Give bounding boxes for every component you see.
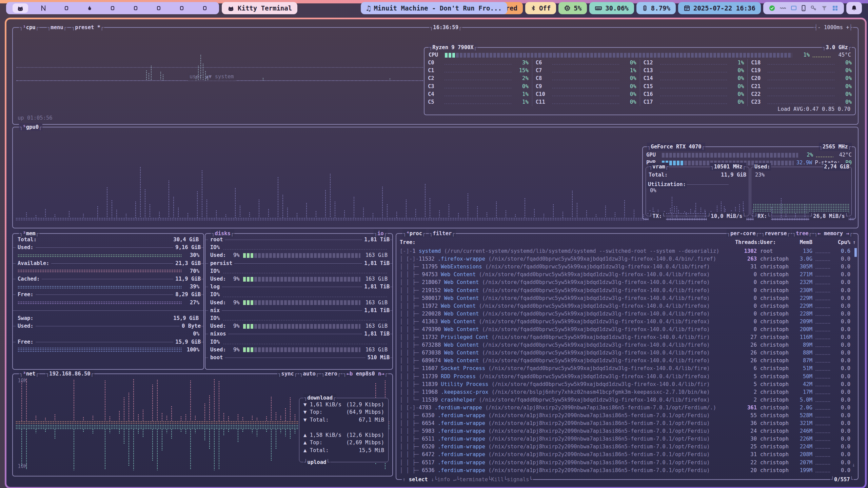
net-tx-spike — [133, 429, 135, 470]
net-rx-spike — [73, 380, 75, 421]
process-row[interactable]: │ │ ├─ 6350 .ferdium-wrappe (/nix/store/… — [400, 412, 850, 420]
tab-tree[interactable]: ┐tree┌ — [792, 229, 812, 238]
workspace-8[interactable] — [170, 2, 193, 14]
screen-icon[interactable] — [790, 5, 797, 12]
disk-module[interactable]: 8.79% — [636, 2, 676, 14]
tab-auto[interactable]: ┐auto┌ — [299, 370, 319, 378]
process-row[interactable]: │ │ ├─ 6536 .ferdium-wrappe (/nix/store/… — [400, 467, 850, 474]
cpu-module[interactable]: 5% — [558, 2, 587, 14]
info-button[interactable]: info ↵ — [437, 476, 456, 484]
process-row[interactable]: │ │ ├─ 580017 Web Content (/nix/store/fq… — [400, 294, 850, 302]
terminate-button[interactable]: terminate — [459, 476, 488, 484]
workspace-1[interactable] — [9, 2, 32, 14]
check-icon[interactable] — [769, 5, 775, 12]
memory-module[interactable]: 30.06% — [589, 2, 634, 14]
graph-spike — [195, 76, 197, 80]
select-down-icon[interactable]: ↓ — [431, 476, 434, 484]
net-tx-spike — [73, 429, 75, 470]
workspace-4[interactable] — [78, 2, 101, 14]
scroll-down-icon[interactable]: ↓ — [852, 461, 855, 469]
sort-direction-icon[interactable]: ↑ — [853, 239, 856, 246]
process-row[interactable]: │ │ ├─ 11839 Utility Process (/nix/store… — [400, 381, 850, 388]
process-row[interactable]: │ │ ├─ 11968 .keepassxc-prox (/nix/store… — [400, 388, 850, 396]
grid-icon[interactable] — [832, 5, 839, 12]
core-sparkline — [552, 95, 619, 97]
tab-per-core[interactable]: ┐per-core┌ — [727, 229, 760, 238]
process-row[interactable]: │ │ ├─ 219152 Web Content (/nix/store/fq… — [400, 286, 850, 294]
tab-zero[interactable]: ┐zero┌ — [321, 370, 341, 378]
col-user[interactable]: User: — [757, 239, 793, 246]
core-row: C71% — [532, 67, 640, 75]
disk-size: 510 MiB — [368, 354, 390, 362]
memory-bar-percent: 70% — [184, 267, 199, 275]
process-row[interactable]: │ [-]-11532 .firefox-wrappe (/nix/store/… — [400, 255, 850, 263]
process-cpu: 0.0 — [833, 467, 850, 474]
workspace-2[interactable] — [32, 2, 55, 14]
notifications-module[interactable] — [846, 2, 862, 14]
select-up-icon[interactable]: ↑ — [402, 476, 406, 484]
clock-module[interactable]: 2025-07-22 16:36 — [678, 2, 761, 14]
process-row[interactable]: │ │ ├─ 11739 RDD Process (/nix/store/fqa… — [400, 373, 850, 381]
kill-button[interactable]: Kill — [491, 476, 504, 484]
media-player-pill[interactable]: ♫ Minuit Machine - Don't Run Fro... — [361, 2, 507, 14]
core-label: C12 — [644, 59, 657, 67]
process-row[interactable]: │ │ ├─ 6511 .ferdium-wrappe (/nix/store/… — [400, 435, 850, 443]
net-rx-spike — [123, 397, 125, 421]
col-threads[interactable]: Threads: — [735, 239, 757, 246]
col-mem[interactable]: MemB — [793, 239, 812, 246]
process-row[interactable]: │ │ ├─ 11795 WebExtensions (/nix/store/f… — [400, 263, 850, 271]
signals-button[interactable]: signals — [507, 476, 529, 484]
col-tree[interactable]: Tree: — [400, 239, 735, 246]
download-rate: ▼ 1,61 KiB/s — [303, 401, 341, 409]
tab-memory-sort[interactable]: ┐← memory →┌ — [814, 229, 853, 238]
graph-spike — [553, 204, 555, 218]
tab-filter[interactable]: filter — [433, 230, 452, 238]
key-icon[interactable] — [810, 5, 817, 12]
process-row[interactable]: │ │ ├─ 673038 Web Content (/nix/store/fq… — [400, 349, 850, 357]
select-button[interactable]: select — [409, 476, 428, 484]
process-mem: 229M — [793, 294, 812, 302]
bluetooth-module[interactable]: Off — [525, 2, 556, 14]
process-row[interactable]: │ │ ├─ 220028 Web Content (/nix/store/fq… — [400, 310, 850, 318]
workspace-9[interactable] — [193, 2, 216, 14]
process-row[interactable]: │ │ ├─ 689674 Web Content (/nix/store/fq… — [400, 357, 850, 365]
tab-interface[interactable]: ┐←b enp8s0 n→┌ — [342, 370, 388, 378]
tab-sync[interactable]: ┐sync┌ — [277, 370, 298, 378]
process-panel-index: ⁴ — [406, 230, 409, 238]
interval-increase[interactable]: + — [846, 24, 849, 32]
scrollbar-thumb[interactable] — [854, 248, 857, 257]
process-row[interactable]: │ [-]-4783 .ferdium-wrappe (/nix/store/a… — [400, 404, 850, 412]
process-row[interactable]: │ │ ├─ 479390 Web Content (/nix/store/fq… — [400, 326, 850, 333]
interval-decrease[interactable]: - — [817, 24, 821, 32]
process-row[interactable]: │ │ ├─ 6520 .ferdium-wrappe (/nix/store/… — [400, 443, 850, 451]
wave-icon[interactable] — [780, 5, 786, 12]
process-threads: 25 — [735, 443, 757, 451]
workspace-6[interactable] — [124, 2, 147, 14]
funnel-icon[interactable] — [821, 5, 828, 12]
process-row[interactable]: │ │ └─ 11539 crashhelper (/nix/store/fqa… — [400, 396, 850, 404]
net-rx-spike — [290, 397, 292, 421]
tab-reverse[interactable]: ┐reverse┌ — [761, 229, 791, 238]
net-rx-spike — [242, 417, 244, 421]
load-avg-values: 0.47 0.85 0.70 — [806, 105, 850, 113]
process-row[interactable]: │ │ ├─ 11972 Web Content (/nix/store/fqa… — [400, 302, 850, 310]
process-row[interactable]: │ │ ├─ 41363 Web Content (/nix/store/fqa… — [400, 318, 850, 326]
process-row[interactable]: │ │ ├─ 6472 .ferdium-wrappe (/nix/store/… — [400, 451, 850, 459]
process-row[interactable]: │ │ ├─ 218067 Web Content (/nix/store/fq… — [400, 279, 850, 286]
core-percent: 0% — [514, 83, 529, 90]
process-row[interactable]: │ │ ├─ 6654 .ferdium-wrappe (/nix/store/… — [400, 420, 850, 427]
process-row[interactable]: [-]-1 systemd (/run/current-system/syste… — [400, 247, 850, 255]
process-row[interactable]: │ │ ├─ 5983 .ferdium-wrappe (/nix/store/… — [400, 427, 850, 435]
process-row[interactable]: │ │ ├─ 11732 Privileged Cont (/nix/store… — [400, 333, 850, 341]
workspace-3[interactable] — [55, 2, 78, 14]
process-row[interactable]: │ │ ├─ 11607 Socket Process (/nix/store/… — [400, 365, 850, 372]
phone-icon[interactable] — [801, 5, 806, 12]
col-cpu[interactable]: Cpu% — [833, 239, 850, 246]
workspace-7[interactable] — [147, 2, 170, 14]
process-row[interactable]: │ │ ├─ 94753 Web Content (/nix/store/fqa… — [400, 271, 850, 279]
workspace-5[interactable] — [101, 2, 124, 14]
process-row[interactable]: │ │ ├─ 6517 .ferdium-wrappe (/nix/store/… — [400, 459, 850, 467]
process-row[interactable]: │ │ ├─ 673288 Web Content (/nix/store/fq… — [400, 341, 850, 349]
gpu-info-box: ┐GeForce RTX 4070┌ ┐2565 MHz┌ GPU 2% 42°… — [642, 146, 856, 220]
active-window-pill[interactable]: Kitty Terminal — [222, 2, 297, 14]
